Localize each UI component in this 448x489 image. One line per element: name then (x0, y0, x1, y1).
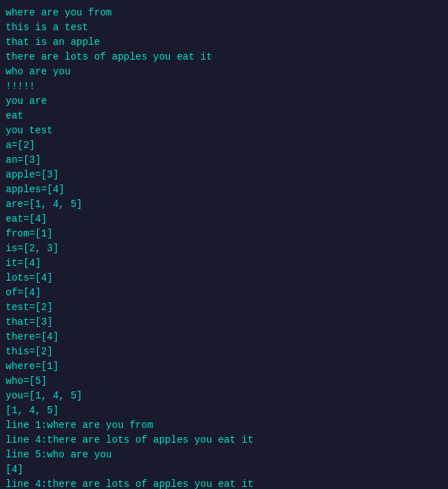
terminal-line: there are lots of apples you eat it (6, 50, 442, 65)
terminal-line: line 4:there are lots of apples you eat … (6, 477, 442, 489)
terminal-line: are=[1, 4, 5] (6, 197, 442, 212)
terminal-line: apple=[3] (6, 168, 442, 182)
terminal-line: this=[2] (6, 344, 442, 359)
terminal-line: you test (6, 123, 442, 138)
terminal-line: an=[3] (6, 153, 442, 168)
terminal-line: it=[4] (6, 256, 442, 271)
terminal-line: line 1:where are you from (6, 418, 442, 433)
terminal-line: that=[3] (6, 315, 442, 330)
terminal-line: apples=[4] (6, 182, 442, 197)
terminal-line: !!!!! (6, 79, 442, 94)
terminal-line: there=[4] (6, 330, 442, 344)
terminal-line: line 5:who are you (6, 448, 442, 462)
terminal-line: is=[2, 3] (6, 241, 442, 256)
terminal-line: a=[2] (6, 138, 442, 153)
terminal-line: [4] (6, 462, 442, 477)
terminal-line: [1, 4, 5] (6, 403, 442, 418)
terminal-line: eat=[4] (6, 212, 442, 227)
terminal-line: who=[5] (6, 374, 442, 389)
terminal-line: who are you (6, 65, 442, 79)
terminal-line: you are (6, 94, 442, 109)
terminal-line: of=[4] (6, 286, 442, 300)
terminal-line: line 4:there are lots of apples you eat … (6, 433, 442, 448)
terminal-line: this is a test (6, 20, 442, 35)
terminal-line: test=[2] (6, 300, 442, 315)
terminal-line: that is an apple (6, 35, 442, 50)
terminal-line: you=[1, 4, 5] (6, 389, 442, 403)
terminal-line: eat (6, 109, 442, 123)
terminal-line: where=[1] (6, 359, 442, 374)
terminal-line: lots=[4] (6, 271, 442, 286)
terminal-line: where are you from (6, 6, 442, 20)
terminal-output: where are you fromthis is a testthat is … (6, 6, 442, 489)
terminal-line: from=[1] (6, 227, 442, 241)
